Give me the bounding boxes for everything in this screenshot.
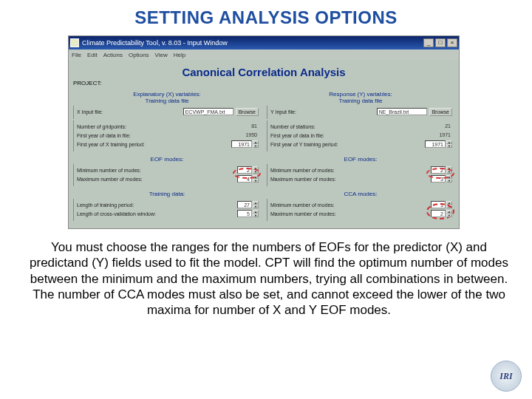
cca-panel: Minimum number of modes:1▲▼ Maximum numb… bbox=[267, 199, 454, 221]
spinner-down-icon[interactable]: ▼ bbox=[253, 214, 259, 217]
y-file-field[interactable]: NE_Brazil.txt bbox=[377, 108, 427, 115]
training-length-label: Length of training period: bbox=[77, 202, 236, 208]
x-browse-button[interactable]: Browse bbox=[236, 108, 259, 116]
x-file-panel: X Input file: ECVWP_FMA.txt Browse bbox=[73, 106, 261, 119]
app-window: Climate Predictability Tool, v. 8.03 - I… bbox=[68, 35, 460, 229]
x-gridpoints-value: 81 bbox=[238, 123, 259, 130]
x-min-modes-label: Minimum number of modes: bbox=[77, 168, 236, 173]
y-browse-button[interactable]: Browse bbox=[429, 108, 452, 116]
analysis-heading: Canonical Correlation Analysis bbox=[73, 63, 454, 80]
x-max-modes-field[interactable]: 4 bbox=[237, 175, 252, 183]
titlebar[interactable]: Climate Predictability Tool, v. 8.03 - I… bbox=[69, 36, 459, 50]
y-firstyear-data-label: First year of data in file: bbox=[270, 133, 430, 138]
menu-actions[interactable]: Actions bbox=[103, 52, 123, 58]
y-firstyear-train-field[interactable]: 1971 bbox=[425, 140, 446, 148]
spinner-down-icon[interactable]: ▼ bbox=[446, 170, 452, 174]
slide-title: SETTING ANALYSIS OPTIONS bbox=[0, 7, 532, 28]
x-firstyear-data-label: First year of data in file: bbox=[77, 133, 236, 138]
x-firstyear-train-field[interactable]: 1971 bbox=[231, 140, 252, 148]
cca-max-field[interactable]: 2 bbox=[431, 210, 446, 217]
y-max-modes-label: Maximum number of modes: bbox=[270, 177, 429, 182]
close-button[interactable]: × bbox=[447, 38, 457, 47]
training-data-panel: Length of training period:27▲▼ Length of… bbox=[73, 199, 261, 221]
cv-length-label: Length of cross-validation window: bbox=[77, 211, 236, 216]
cca-max-label: Maximum number of modes: bbox=[270, 211, 429, 216]
y-stations-value: 21 bbox=[432, 123, 452, 130]
y-eof-title: EOF modes: bbox=[267, 156, 454, 163]
y-section-title: Response (Y) variables:Training data fil… bbox=[267, 91, 454, 104]
y-file-label: Y Input file: bbox=[270, 109, 375, 115]
menu-options[interactable]: Options bbox=[129, 52, 149, 58]
cca-min-field[interactable]: 1 bbox=[431, 201, 446, 208]
x-firstyear-train-label: First year of X training period: bbox=[77, 142, 230, 147]
x-section-title: Explanatory (X) variables:Training data … bbox=[73, 91, 261, 104]
y-meta-panel: Number of stations:21 First year of data… bbox=[267, 120, 454, 151]
y-min-modes-label: Minimum number of modes: bbox=[270, 168, 429, 173]
y-eof-panel: Minimum number of modes:2▲▼ Maximum numb… bbox=[267, 164, 454, 186]
app-icon bbox=[70, 38, 79, 47]
x-min-modes-field[interactable]: 2 bbox=[237, 166, 252, 174]
y-file-panel: Y Input file: NE_Brazil.txt Browse bbox=[267, 106, 454, 119]
menu-view[interactable]: View bbox=[155, 52, 168, 58]
training-length-field[interactable]: 27 bbox=[237, 201, 252, 208]
y-max-modes-field[interactable]: 3 bbox=[431, 175, 446, 183]
x-max-modes-label: Maximum number of modes: bbox=[77, 177, 236, 182]
spinner-down-icon[interactable]: ▼ bbox=[253, 144, 259, 148]
y-training-label: Training data file bbox=[339, 98, 383, 104]
y-firstyear-data-value: 1971 bbox=[432, 132, 452, 139]
spinner-down-icon[interactable]: ▼ bbox=[253, 205, 259, 208]
slide-body-text: You must choose the ranges for the numbe… bbox=[27, 239, 511, 318]
cca-min-label: Minimum number of modes: bbox=[270, 202, 429, 208]
y-min-modes-field[interactable]: 2 bbox=[431, 166, 446, 174]
spinner-down-icon[interactable]: ▼ bbox=[446, 205, 452, 208]
spinner-down-icon[interactable]: ▼ bbox=[446, 214, 452, 217]
spinner-down-icon[interactable]: ▼ bbox=[446, 144, 452, 148]
cca-title: CCA modes: bbox=[267, 191, 454, 197]
y-stations-label: Number of stations: bbox=[270, 124, 430, 129]
menu-help[interactable]: Help bbox=[174, 52, 185, 58]
menubar: File Edit Actions Options View Help bbox=[69, 50, 459, 60]
cv-length-field[interactable]: 5 bbox=[237, 210, 252, 217]
x-eof-title: EOF modes: bbox=[73, 156, 261, 163]
project-label: PROJECT: bbox=[73, 80, 454, 86]
spinner-down-icon[interactable]: ▼ bbox=[253, 170, 259, 174]
x-meta-panel: Number of gridpoints:81 First year of da… bbox=[73, 120, 261, 151]
training-data-title: Training data: bbox=[73, 191, 261, 197]
iri-logo-icon: IRI bbox=[491, 361, 522, 392]
x-eof-panel: Minimum number of modes:2▲▼ Maximum numb… bbox=[73, 164, 261, 186]
x-training-label: Training data file bbox=[146, 98, 189, 104]
x-file-field[interactable]: ECVWP_FMA.txt bbox=[183, 108, 233, 115]
spinner-down-icon[interactable]: ▼ bbox=[446, 179, 452, 183]
menu-file[interactable]: File bbox=[72, 52, 81, 58]
y-firstyear-train-label: First year of Y training period: bbox=[270, 142, 423, 147]
minimize-button[interactable]: _ bbox=[423, 38, 434, 47]
spinner-down-icon[interactable]: ▼ bbox=[253, 179, 259, 183]
maximize-button[interactable]: □ bbox=[435, 38, 446, 47]
menu-edit[interactable]: Edit bbox=[87, 52, 98, 58]
x-file-label: X Input file: bbox=[77, 109, 182, 115]
x-gridpoints-label: Number of gridpoints: bbox=[77, 124, 236, 129]
x-firstyear-data-value: 1950 bbox=[238, 132, 259, 139]
window-title: Climate Predictability Tool, v. 8.03 - I… bbox=[82, 39, 423, 47]
